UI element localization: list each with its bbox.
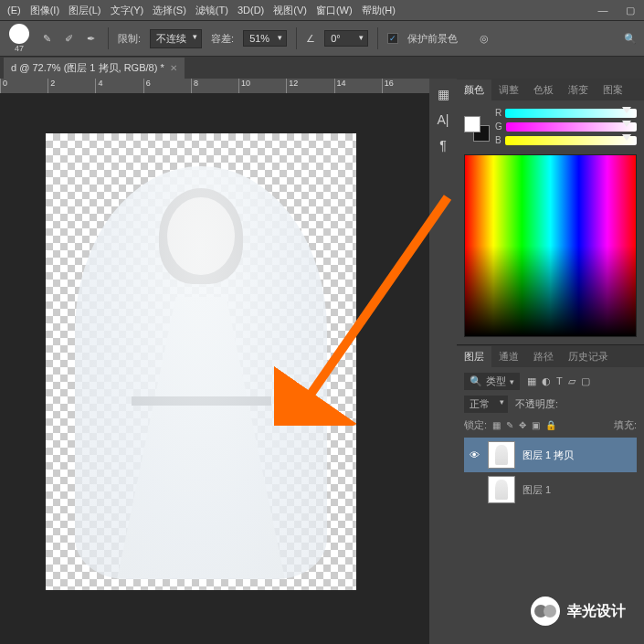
tab-pattern[interactable]: 图案	[596, 79, 630, 100]
menu-3d[interactable]: 3D(D)	[234, 3, 268, 17]
tolerance-label: 容差:	[211, 32, 234, 46]
tab-swatch[interactable]: 色板	[526, 79, 561, 100]
ruler-mark: 16	[382, 79, 429, 93]
fg-bg-swatch[interactable]	[464, 116, 490, 142]
tab-layers[interactable]: 图层	[457, 346, 491, 367]
angle-field[interactable]: 0°	[324, 30, 368, 47]
g-label: G	[495, 121, 502, 132]
menu-layer[interactable]: 图层(L)	[65, 2, 104, 19]
angle-icon: ∠	[306, 33, 315, 45]
ruler-mark: 6	[143, 79, 191, 93]
sample3-icon[interactable]: ✒	[82, 30, 99, 47]
layers-panel: 图层 通道 路径 历史记录 🔍 类型 ▾ ▦ ◐ T ▱	[457, 344, 644, 512]
maximize-button[interactable]: ▢	[617, 0, 644, 20]
layer-item[interactable]: 图层 1	[464, 472, 637, 507]
menu-filter[interactable]: 滤镜(T)	[192, 2, 232, 19]
tab-adjust[interactable]: 调整	[491, 79, 526, 100]
menu-bar: (E) 图像(I) 图层(L) 文字(Y) 选择(S) 滤镜(T) 3D(D) …	[0, 0, 644, 20]
filter-type-icon[interactable]: T	[556, 375, 563, 387]
ruler-mark: 10	[238, 79, 286, 93]
limit-dropdown[interactable]: 不连续	[150, 29, 202, 48]
protect-fg-label: 保护前景色	[407, 32, 458, 46]
tab-history[interactable]: 历史记录	[561, 346, 616, 367]
menu-view[interactable]: 视图(V)	[269, 2, 311, 19]
protect-fg-checkbox[interactable]: ✓	[387, 33, 398, 44]
b-slider[interactable]	[505, 136, 637, 145]
color-spectrum[interactable]	[464, 154, 637, 337]
wechat-icon	[531, 596, 560, 626]
opacity-label: 不透明度:	[515, 397, 558, 411]
r-label: R	[495, 108, 501, 118]
right-panels: 颜色 调整 色板 渐变 图案 R G B 图层	[457, 79, 644, 644]
search-icon[interactable]: 🔍	[622, 30, 639, 47]
ruler-mark: 8	[191, 79, 238, 93]
lock-pixels-icon[interactable]: ✎	[506, 420, 513, 430]
watermark: 幸光设计	[531, 596, 626, 626]
brush-tools-group: ✎ ✐ ✒	[38, 30, 99, 47]
brush-preview[interactable]: 47	[9, 24, 29, 53]
slider-handle[interactable]	[622, 134, 631, 141]
filter-shape-icon[interactable]: ▱	[568, 375, 575, 387]
filter-adjust-icon[interactable]: ◐	[542, 375, 551, 387]
tab-channels[interactable]: 通道	[491, 346, 526, 367]
layer-item[interactable]: 👁 图层 1 拷贝	[464, 438, 637, 472]
fill-label: 填充:	[614, 418, 637, 432]
close-tab-icon[interactable]: ✕	[170, 63, 177, 73]
horizontal-ruler: 0 2 4 6 8 10 12 14 16	[0, 79, 429, 93]
layer-thumbnail[interactable]	[488, 441, 515, 469]
canvas-area[interactable]: 0 2 4 6 8 10 12 14 16	[0, 79, 429, 644]
menu-window[interactable]: 窗口(W)	[312, 2, 356, 19]
minimize-button[interactable]: —	[589, 0, 617, 20]
slider-handle[interactable]	[622, 107, 631, 113]
watermark-text: 幸光设计	[567, 602, 626, 621]
tab-color[interactable]: 颜色	[457, 79, 491, 100]
image-content	[61, 145, 341, 579]
search-icon: 🔍	[470, 375, 482, 387]
kind-label: 类型	[486, 375, 506, 388]
blend-mode-dropdown[interactable]: 正常	[464, 396, 508, 413]
paragraph-panel-icon[interactable]: ¶	[431, 133, 455, 157]
visibility-toggle-icon[interactable]	[468, 483, 480, 496]
lock-artboard-icon[interactable]: ▣	[532, 420, 540, 430]
lock-label: 锁定:	[464, 418, 487, 432]
canvas[interactable]	[46, 133, 356, 590]
window-controls: — ▢	[589, 0, 644, 20]
target-icon[interactable]: ◎	[476, 30, 492, 47]
panel-icon-1[interactable]: ▦	[431, 82, 455, 106]
ruler-mark: 14	[334, 79, 382, 93]
lock-position-icon[interactable]: ✥	[519, 420, 526, 430]
visibility-toggle-icon[interactable]: 👁	[468, 449, 480, 461]
workspace: 0 2 4 6 8 10 12 14 16 ▦ A| ¶	[0, 79, 644, 644]
brush-circle-icon	[9, 24, 29, 44]
g-slider[interactable]	[506, 122, 637, 132]
ruler-mark: 4	[95, 79, 143, 93]
tab-paths[interactable]: 路径	[526, 346, 561, 367]
slider-handle[interactable]	[622, 121, 631, 127]
tolerance-field[interactable]: 51%	[243, 30, 287, 47]
menu-help[interactable]: 帮助(H)	[358, 2, 399, 19]
menu-type[interactable]: 文字(Y)	[107, 2, 148, 19]
filter-smart-icon[interactable]: ▢	[581, 375, 590, 387]
fg-color-swatch[interactable]	[464, 116, 480, 132]
lock-transparent-icon[interactable]: ▦	[492, 420, 501, 430]
ruler-mark: 12	[286, 79, 333, 93]
limit-label: 限制:	[118, 32, 141, 46]
color-panel: R G B	[457, 100, 644, 344]
document-tab-bar: d @ 72.7% (图层 1 拷贝, RGB/8) * ✕	[0, 57, 644, 79]
document-tab[interactable]: d @ 72.7% (图层 1 拷贝, RGB/8) * ✕	[4, 58, 185, 79]
tab-gradient[interactable]: 渐变	[561, 79, 596, 100]
layer-thumbnail[interactable]	[488, 476, 515, 503]
menu-edit[interactable]: (E)	[4, 3, 25, 17]
vertical-toolbar: ▦ A| ¶	[429, 79, 457, 644]
divider	[108, 27, 109, 49]
layer-kind-dropdown[interactable]: 🔍 类型 ▾	[464, 373, 520, 390]
menu-select[interactable]: 选择(S)	[149, 2, 190, 19]
menu-image[interactable]: 图像(I)	[26, 2, 63, 19]
character-panel-icon[interactable]: A|	[431, 108, 455, 132]
filter-pixel-icon[interactable]: ▦	[527, 375, 536, 387]
sample2-icon[interactable]: ✐	[60, 30, 77, 47]
r-slider[interactable]	[505, 109, 637, 118]
sample-icon[interactable]: ✎	[38, 30, 55, 47]
lock-all-icon[interactable]: 🔒	[545, 420, 556, 430]
divider	[377, 27, 378, 49]
